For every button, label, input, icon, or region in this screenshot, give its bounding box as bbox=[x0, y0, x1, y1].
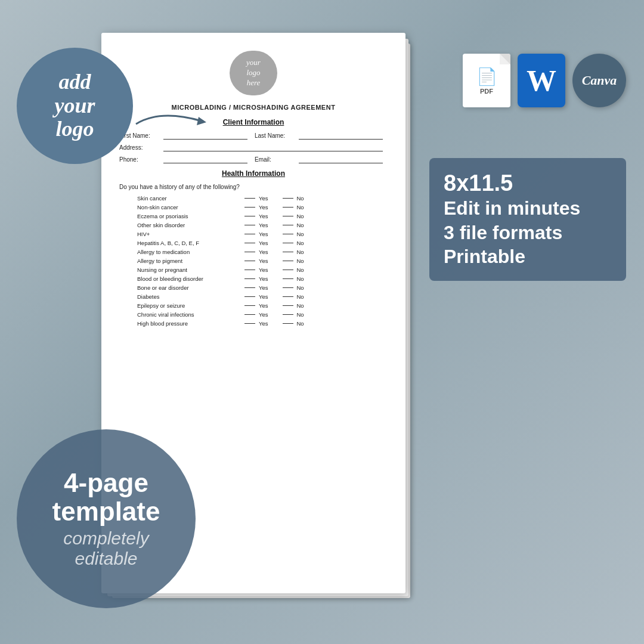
format-icons-container: 📄 PDF W Canva bbox=[463, 54, 626, 107]
condition-name: Chronic viral infections bbox=[137, 311, 239, 318]
yes-option: Yes bbox=[244, 222, 268, 228]
health-row: Skin cancer Yes No bbox=[119, 195, 388, 202]
address-label: Address: bbox=[119, 144, 161, 151]
yes-option: Yes bbox=[244, 258, 268, 264]
logo-area: your logo here bbox=[119, 51, 388, 95]
health-info-title: Health Information bbox=[119, 169, 388, 178]
no-option: No bbox=[283, 258, 304, 264]
no-option: No bbox=[283, 275, 304, 282]
pdf-icon: 📄 PDF bbox=[463, 54, 510, 107]
health-row: Nursing or pregnant Yes No bbox=[119, 267, 388, 273]
health-row: Blood or bleeding disorder Yes No bbox=[119, 275, 388, 282]
word-icon: W bbox=[518, 54, 565, 107]
conditions-list: Skin cancer Yes No Non-skin cancer Yes N… bbox=[119, 195, 388, 327]
condition-name: Diabetes bbox=[137, 293, 239, 300]
printable-label: Printable bbox=[444, 246, 612, 268]
completely-editable-text: completelyeditable bbox=[63, 528, 148, 569]
yes-option: Yes bbox=[244, 311, 268, 318]
file-formats-label: 3 file formats bbox=[444, 221, 612, 246]
health-row: HIV+ Yes No bbox=[119, 231, 388, 237]
no-option: No bbox=[283, 195, 304, 202]
condition-name: HIV+ bbox=[137, 231, 239, 237]
form-field-contact: Phone: Email: bbox=[119, 156, 388, 163]
health-row: Allergy to medication Yes No bbox=[119, 249, 388, 255]
condition-name: Other skin disorder bbox=[137, 222, 239, 228]
canva-icon: Canva bbox=[572, 54, 626, 107]
no-option: No bbox=[283, 204, 304, 210]
health-row: Eczema or psoriasis Yes No bbox=[119, 213, 388, 219]
four-page-circle: 4-pagetemplate completelyeditable bbox=[17, 429, 196, 608]
health-row: Epilepsy or seizure Yes No bbox=[119, 302, 388, 309]
health-row: Diabetes Yes No bbox=[119, 293, 388, 300]
yes-option: Yes bbox=[244, 240, 268, 246]
edit-minutes-label: Edit in minutes bbox=[444, 196, 612, 221]
four-page-big-text: 4-pagetemplate bbox=[52, 469, 160, 527]
yes-option: Yes bbox=[244, 320, 268, 327]
yes-option: Yes bbox=[244, 195, 268, 202]
canva-label: Canva bbox=[582, 73, 617, 88]
arrow-decoration bbox=[130, 106, 213, 138]
word-letter: W bbox=[527, 63, 556, 98]
no-option: No bbox=[283, 222, 304, 228]
no-option: No bbox=[283, 284, 304, 291]
condition-name: Hepatitis A, B, C, D, E, F bbox=[137, 240, 239, 246]
yes-option: Yes bbox=[244, 293, 268, 300]
health-row: Hepatitis A, B, C, D, E, F Yes No bbox=[119, 240, 388, 246]
condition-name: Epilepsy or seizure bbox=[137, 302, 239, 309]
no-option: No bbox=[283, 240, 304, 246]
pdf-label: PDF bbox=[480, 88, 493, 95]
condition-name: High blood pressure bbox=[137, 320, 239, 327]
no-option: No bbox=[283, 311, 304, 318]
condition-name: Bone or ear disorder bbox=[137, 284, 239, 291]
health-question: Do you have a history of any of the foll… bbox=[119, 184, 388, 190]
yes-option: Yes bbox=[244, 213, 268, 219]
add-logo-circle: add your logo bbox=[17, 48, 133, 164]
health-row: Allergy to pigment Yes No bbox=[119, 258, 388, 264]
background: your logo here MICROBLADING / MICROSHADI… bbox=[0, 0, 644, 644]
no-option: No bbox=[283, 249, 304, 255]
yes-option: Yes bbox=[244, 267, 268, 273]
phone-label: Phone: bbox=[119, 156, 161, 163]
form-field-address: Address: bbox=[119, 144, 388, 151]
health-row: Non-skin cancer Yes No bbox=[119, 204, 388, 210]
yes-option: Yes bbox=[244, 284, 268, 291]
yes-option: Yes bbox=[244, 231, 268, 237]
email-line bbox=[299, 156, 383, 163]
condition-name: Blood or bleeding disorder bbox=[137, 275, 239, 282]
health-row: High blood pressure Yes No bbox=[119, 320, 388, 327]
yes-option: Yes bbox=[244, 249, 268, 255]
condition-name: Allergy to medication bbox=[137, 249, 239, 255]
no-option: No bbox=[283, 267, 304, 273]
no-option: No bbox=[283, 293, 304, 300]
last-name-label: Last Name: bbox=[255, 132, 296, 139]
health-row: Other skin disorder Yes No bbox=[119, 222, 388, 228]
info-box: 8x11.5 Edit in minutes 3 file formats Pr… bbox=[429, 158, 626, 281]
email-label: Email: bbox=[255, 156, 296, 163]
no-option: No bbox=[283, 320, 304, 327]
no-option: No bbox=[283, 302, 304, 309]
last-name-line bbox=[299, 132, 383, 140]
address-line bbox=[163, 144, 383, 151]
condition-name: Nursing or pregnant bbox=[137, 267, 239, 273]
condition-name: Skin cancer bbox=[137, 195, 239, 202]
size-label: 8x11.5 bbox=[444, 171, 612, 196]
health-row: Bone or ear disorder Yes No bbox=[119, 284, 388, 291]
logo-oval: your logo here bbox=[230, 51, 277, 95]
no-option: No bbox=[283, 231, 304, 237]
health-row: Chronic viral infections Yes No bbox=[119, 311, 388, 318]
pdf-symbol: 📄 bbox=[476, 67, 497, 86]
no-option: No bbox=[283, 213, 304, 219]
yes-option: Yes bbox=[244, 204, 268, 210]
condition-name: Allergy to pigment bbox=[137, 258, 239, 264]
condition-name: Eczema or psoriasis bbox=[137, 213, 239, 219]
svg-marker-0 bbox=[197, 117, 206, 125]
yes-option: Yes bbox=[244, 275, 268, 282]
condition-name: Non-skin cancer bbox=[137, 204, 239, 210]
phone-line bbox=[163, 156, 247, 163]
yes-option: Yes bbox=[244, 302, 268, 309]
